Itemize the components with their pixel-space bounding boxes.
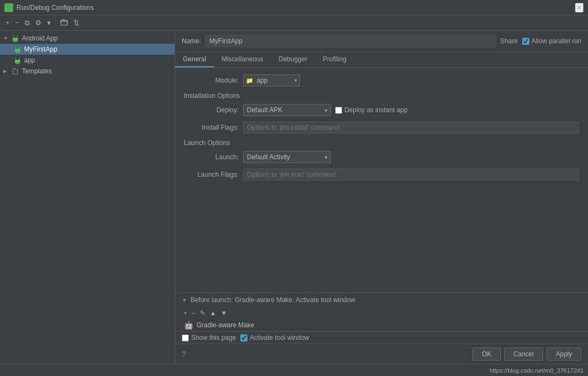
apply-button[interactable]: Apply xyxy=(546,348,581,361)
module-dropdown-wrapper: 📁 app ▾ xyxy=(243,74,300,86)
svg-line-12 xyxy=(15,47,16,48)
gradle-item-text: Gradle-aware Make xyxy=(197,321,254,329)
show-this-page-text: Show this page xyxy=(191,334,236,342)
module-folder-icon: 📁 xyxy=(244,76,256,86)
form-content: Module: 📁 app ▾ Installation Options Dep… xyxy=(175,68,588,292)
add-config-button[interactable]: + xyxy=(3,18,12,27)
before-launch-section: ▼ Before launch: Gradle-aware Make, Acti… xyxy=(175,292,588,344)
copy-config-button[interactable]: ⧉ xyxy=(22,18,32,27)
content-area: ▼ Android App xyxy=(0,31,588,364)
settings-button[interactable]: ⚙ xyxy=(33,18,44,27)
before-launch-toolbar: + − ✎ ▲ ▼ xyxy=(175,307,588,319)
before-launch-toggle-icon: ▼ xyxy=(182,297,187,303)
launch-flags-row: Launch Flags: xyxy=(184,169,579,181)
tree-templates[interactable]: ▶ Templates xyxy=(0,66,175,77)
svg-rect-9 xyxy=(15,49,20,51)
tab-miscellaneous[interactable]: Miscellaneous xyxy=(214,52,271,67)
launch-options-label: Launch Options xyxy=(184,139,579,147)
name-label: Name: xyxy=(182,37,201,45)
tree-app-label: app xyxy=(24,56,35,64)
module-row: Module: 📁 app ▾ xyxy=(184,74,579,86)
tree-android-app[interactable]: ▼ Android App xyxy=(0,33,175,44)
name-row: Name: Share Allow parallel run xyxy=(175,31,588,52)
tree-my-first-app[interactable]: MyFirstApp xyxy=(0,44,175,55)
tree-templates-label: Templates xyxy=(22,67,52,75)
tab-general[interactable]: General xyxy=(175,52,214,67)
allow-parallel-label: Allow parallel run xyxy=(532,37,581,45)
svg-point-0 xyxy=(7,5,11,10)
module-select[interactable]: app xyxy=(256,75,299,86)
ok-button[interactable]: OK xyxy=(472,348,500,361)
name-input[interactable] xyxy=(205,35,495,47)
deploy-label: Deploy: xyxy=(184,106,239,114)
svg-line-19 xyxy=(19,57,20,59)
before-launch-title: Before launch: Gradle-aware Make, Activa… xyxy=(191,296,355,304)
svg-point-10 xyxy=(16,49,17,50)
cancel-button[interactable]: Cancel xyxy=(504,348,543,361)
tree-app[interactable]: app xyxy=(0,55,175,66)
launch-label: Launch: xyxy=(184,153,239,161)
before-launch-add-button[interactable]: + xyxy=(182,308,189,318)
toolbar-divider xyxy=(55,19,56,27)
help-button[interactable]: ? xyxy=(182,348,186,361)
status-url: https://blog.csdn.net/m0_37617241 xyxy=(489,367,584,374)
show-this-page-checkbox[interactable] xyxy=(182,334,189,342)
share-button[interactable]: Share xyxy=(500,37,518,45)
tree-toggle-android-app: ▼ xyxy=(3,36,11,41)
right-panel: Name: Share Allow parallel run General M… xyxy=(175,31,588,364)
title-bar-text: Run/Debug Configurations xyxy=(16,4,94,11)
before-launch-up-button[interactable]: ▲ xyxy=(208,308,218,318)
allow-parallel-checkbox[interactable] xyxy=(522,38,529,45)
tree-toggle-templates: ▶ xyxy=(3,68,11,74)
launch-select[interactable]: Default Activity Specified Activity Noth… xyxy=(243,151,331,163)
close-button[interactable]: ✕ xyxy=(575,3,584,13)
dropdown-arrow-button[interactable]: ▾ xyxy=(45,18,53,27)
tab-debugger[interactable]: Debugger xyxy=(271,52,315,67)
svg-point-11 xyxy=(19,49,20,50)
install-flags-row: Install Flags: xyxy=(184,122,579,134)
main-container: + − ⧉ ⚙ ▾ ⇅ ▼ xyxy=(0,15,588,376)
share-section: Share xyxy=(500,37,518,45)
my-first-app-icon xyxy=(13,45,22,54)
dialog-buttons: ? OK Cancel Apply xyxy=(175,344,588,364)
svg-line-6 xyxy=(13,36,14,37)
before-launch-item-gradle: 🤖 Gradle-aware Make xyxy=(175,319,588,331)
move-to-folder-button[interactable] xyxy=(58,18,70,28)
bottom-bar: Show this page Activate tool window xyxy=(175,331,588,344)
launch-row: Launch: Default Activity Specified Activ… xyxy=(184,151,579,163)
activate-tool-window-text: Activate tool window xyxy=(250,334,309,342)
svg-point-17 xyxy=(19,60,20,61)
tree-android-app-label: Android App xyxy=(22,34,57,42)
show-this-page-label: Show this page xyxy=(182,334,236,342)
before-launch-remove-button[interactable]: − xyxy=(190,308,197,318)
tab-profiling[interactable]: Profiling xyxy=(315,52,354,67)
installation-options-label: Installation Options xyxy=(184,92,579,100)
remove-config-button[interactable]: − xyxy=(13,18,22,27)
activate-tool-window-checkbox[interactable] xyxy=(240,334,247,342)
tabs-row: General Miscellaneous Debugger Profiling xyxy=(175,52,588,68)
deploy-select[interactable]: Default APK APK from app bundle Nothing xyxy=(243,104,331,116)
install-flags-label: Install Flags: xyxy=(184,124,239,131)
sort-button[interactable]: ⇅ xyxy=(71,18,82,27)
android-icon xyxy=(11,34,20,43)
svg-rect-15 xyxy=(15,60,20,62)
launch-flags-label: Launch Flags: xyxy=(184,171,239,178)
allow-parallel-row: Allow parallel run xyxy=(522,37,581,45)
launch-flags-input[interactable] xyxy=(243,169,579,181)
before-launch-header[interactable]: ▼ Before launch: Gradle-aware Make, Acti… xyxy=(175,293,588,307)
svg-line-7 xyxy=(17,36,18,37)
deploy-row: Deploy: Default APK APK from app bundle … xyxy=(184,104,579,116)
install-flags-input[interactable] xyxy=(243,122,579,134)
deploy-instant-app-checkbox[interactable] xyxy=(335,107,342,114)
activate-tool-window-label: Activate tool window xyxy=(240,334,309,342)
status-bar: https://blog.csdn.net/m0_37617241 xyxy=(0,364,588,376)
before-launch-edit-button[interactable]: ✎ xyxy=(198,308,207,318)
module-label: Module: xyxy=(184,77,239,84)
app-icon xyxy=(4,3,13,12)
app-icon xyxy=(13,56,22,65)
before-launch-down-button[interactable]: ▼ xyxy=(219,308,229,318)
deploy-dropdown-wrapper: Default APK APK from app bundle Nothing … xyxy=(243,104,331,116)
svg-point-5 xyxy=(16,38,18,39)
left-panel: ▼ Android App xyxy=(0,31,175,364)
deploy-instant-app-label: Deploy as instant app xyxy=(335,106,407,114)
